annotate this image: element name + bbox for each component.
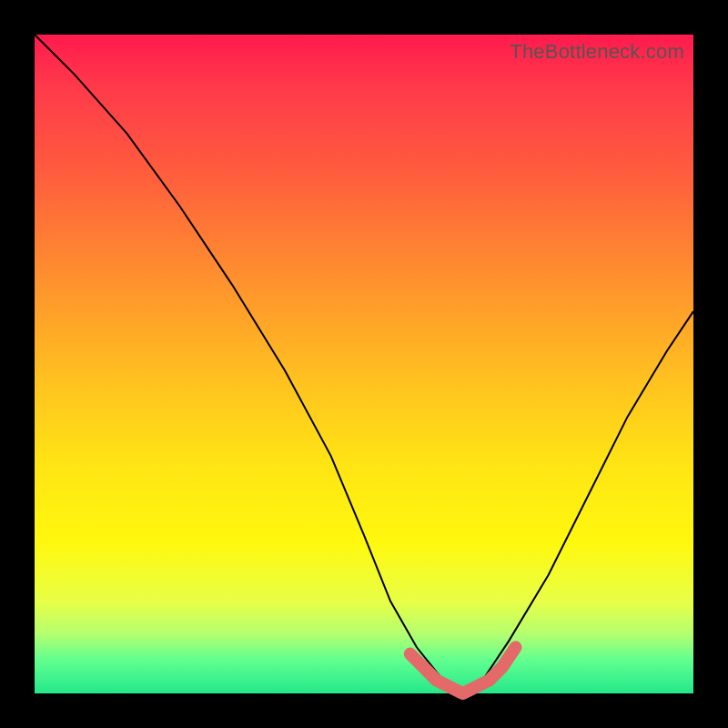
chart-frame: TheBottleneck.com [0,0,728,728]
bottleneck-curve [35,35,693,693]
plot-area: TheBottleneck.com [35,35,693,693]
curve-path [35,35,693,693]
